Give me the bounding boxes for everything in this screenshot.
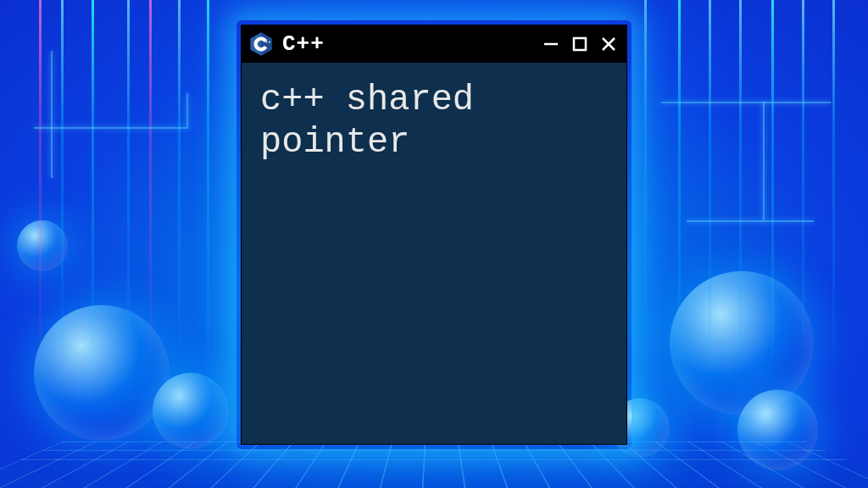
maximize-button[interactable] [570, 35, 589, 53]
title-left: + + C++ [248, 31, 325, 57]
window-title: C++ [282, 31, 325, 57]
window-controls [542, 35, 618, 53]
titlebar[interactable]: + + C++ [242, 25, 626, 63]
terminal-window: + + C++ c++ shared pointer [241, 25, 627, 445]
close-button[interactable] [599, 35, 618, 53]
svg-rect-5 [574, 38, 586, 50]
window-content: c++ shared pointer [242, 63, 626, 444]
svg-marker-1 [261, 32, 272, 56]
minimize-button[interactable] [542, 35, 560, 53]
svg-text:+: + [265, 40, 268, 44]
cpp-logo-icon: + + [248, 31, 274, 57]
svg-text:+: + [268, 40, 270, 44]
